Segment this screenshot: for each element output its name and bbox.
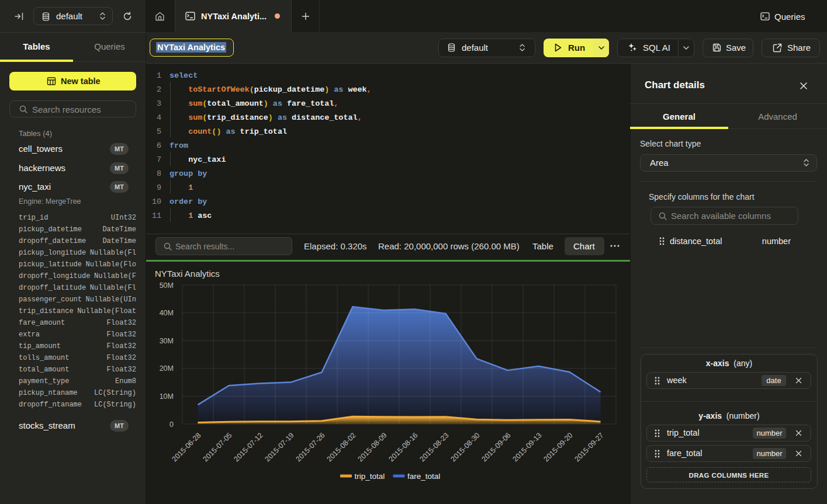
svg-text:20M: 20M xyxy=(160,364,174,373)
svg-text:50M: 50M xyxy=(160,281,174,290)
svg-text:10M: 10M xyxy=(160,392,174,401)
svg-text:2015-07-19: 2015-07-19 xyxy=(264,431,296,463)
svg-text:2015-08-23: 2015-08-23 xyxy=(418,431,451,463)
svg-text:2015-08-09: 2015-08-09 xyxy=(357,431,389,463)
svg-text:2015-08-16: 2015-08-16 xyxy=(387,431,420,463)
svg-text:2015-09-27: 2015-09-27 xyxy=(573,431,605,463)
svg-text:2015-08-30: 2015-08-30 xyxy=(449,431,482,463)
svg-text:2015-07-05: 2015-07-05 xyxy=(202,431,234,463)
svg-text:2015-09-20: 2015-09-20 xyxy=(542,431,575,463)
svg-text:40M: 40M xyxy=(160,309,174,317)
svg-text:2015-07-26: 2015-07-26 xyxy=(295,431,327,463)
svg-text:30M: 30M xyxy=(160,337,174,345)
svg-text:2015-09-06: 2015-09-06 xyxy=(480,431,513,463)
svg-text:trip_total: trip_total xyxy=(355,472,385,481)
svg-text:2015-06-28: 2015-06-28 xyxy=(171,431,203,463)
svg-text:2015-09-13: 2015-09-13 xyxy=(511,431,544,463)
svg-text:2015-07-12: 2015-07-12 xyxy=(233,431,265,463)
svg-text:0: 0 xyxy=(169,420,174,429)
svg-text:2015-08-02: 2015-08-02 xyxy=(326,431,358,463)
svg-text:fare_total: fare_total xyxy=(407,472,440,481)
